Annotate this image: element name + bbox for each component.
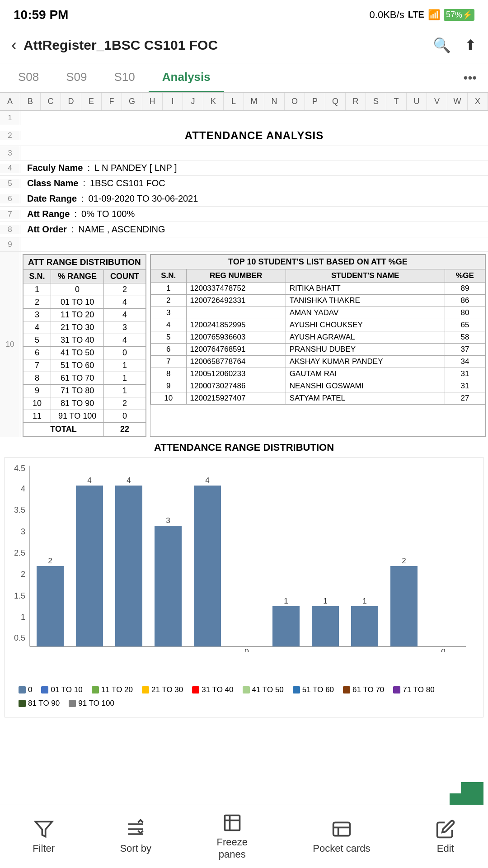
header-icons: 🔍 ⬆ xyxy=(433,37,477,54)
legend-dot-21to30 xyxy=(142,686,149,693)
bar-1to10 xyxy=(76,486,103,646)
freeze-panes-button[interactable]: Freezepanes xyxy=(216,813,247,860)
tabs-bar: S08 S09 S10 Analysis ••• xyxy=(0,63,488,93)
top10-section-header: TOP 10 STUDENT'S LIST BASED ON ATT %GE xyxy=(150,255,485,269)
top10-col-sn: S.N. xyxy=(150,269,186,283)
svg-rect-37 xyxy=(225,816,239,830)
col-letter-C: C xyxy=(41,93,61,110)
lte-icon: LTE xyxy=(408,9,424,20)
edit-button[interactable]: Edit xyxy=(436,819,455,854)
legend-label-01to10: 01 TO 10 xyxy=(51,685,82,694)
attendance-analysis-title: ATTENDANCE ANALYSIS xyxy=(185,129,324,142)
svg-rect-40 xyxy=(333,822,350,835)
attrange-label: Att Range xyxy=(27,209,70,219)
daterange-sep: : xyxy=(81,193,84,204)
spreadsheet-area: 1 2 ATTENDANCE ANALYSIS 3 4 Faculy Name … xyxy=(0,111,488,790)
filter-label: Filter xyxy=(33,843,55,854)
col-letter-I: I xyxy=(163,93,183,110)
tab-s10[interactable]: S10 xyxy=(101,63,149,92)
chart-section: ATTENDANCE RANGE DISTRIBUTION 4.5 4 3.5 … xyxy=(0,437,488,717)
attrange-sep: : xyxy=(74,209,77,219)
freeze-icon xyxy=(222,813,242,833)
legend-81to90: 81 TO 90 xyxy=(19,699,60,708)
legend-label-0: 0 xyxy=(28,685,32,694)
back-button[interactable]: ‹ xyxy=(11,36,17,55)
table-row: 1081 TO 902 xyxy=(23,397,146,410)
share-icon[interactable]: ⬆ xyxy=(465,37,477,54)
row-num-10: 10 xyxy=(0,252,20,437)
legend-41to50: 41 TO 50 xyxy=(243,685,284,694)
svg-text:3: 3 xyxy=(166,516,170,525)
legend-label-71to80: 71 TO 80 xyxy=(403,685,434,694)
top10-col-reg: REG NUMBER xyxy=(186,269,286,283)
legend-51to60: 51 TO 60 xyxy=(293,685,334,694)
filter-button[interactable]: Filter xyxy=(33,819,55,854)
col-letter-T: T xyxy=(386,93,407,110)
svg-text:2: 2 xyxy=(21,570,25,579)
row-num-6: 6 xyxy=(0,194,20,203)
svg-text:2: 2 xyxy=(48,557,52,565)
search-icon[interactable]: 🔍 xyxy=(433,37,451,54)
col-letter-J: J xyxy=(183,93,203,110)
bar-61to70 xyxy=(312,606,339,646)
top10-students-table: TOP 10 STUDENT'S LIST BASED ON ATT %GE S… xyxy=(150,254,486,437)
legend-dot-11to20 xyxy=(92,686,99,693)
filter-icon xyxy=(34,819,54,839)
legend-label-21to30: 21 TO 30 xyxy=(151,685,183,694)
legend-dot-91to100 xyxy=(69,700,76,707)
legend-61to70: 61 TO 70 xyxy=(343,685,384,694)
table-row: 91200073027486NEANSHI GOSWAMI31 xyxy=(150,380,485,392)
legend-dot-0 xyxy=(19,686,26,693)
pocket-cards-label: Pocket cards xyxy=(313,843,370,854)
svg-text:4: 4 xyxy=(87,476,91,485)
table-row: 751 TO 601 xyxy=(23,359,146,372)
col-letter-A: A xyxy=(0,93,20,110)
col-letter-Q: Q xyxy=(325,93,346,110)
tab-more-button[interactable]: ••• xyxy=(457,71,483,85)
tab-s09[interactable]: S09 xyxy=(52,63,100,92)
pocket-cards-button[interactable]: Pocket cards xyxy=(313,819,370,854)
legend-dot-41to50 xyxy=(243,686,250,693)
table-row: 3AMAN YADAV80 xyxy=(150,307,485,319)
battery-icon: 57%⚡ xyxy=(444,9,474,21)
tab-analysis[interactable]: Analysis xyxy=(149,63,224,92)
total-row: TOTAL 22 xyxy=(23,423,146,436)
table-row: 11200337478752RITIKA BHATT89 xyxy=(150,283,485,295)
table-row: 21200726492331TANISHKA THAKRE86 xyxy=(150,295,485,307)
sort-by-button[interactable]: Sort by xyxy=(120,819,151,854)
svg-text:4: 4 xyxy=(205,476,209,485)
row-num-4: 4 xyxy=(0,164,20,173)
svg-text:1: 1 xyxy=(21,613,25,622)
row-num-5: 5 xyxy=(0,179,20,188)
row-num-9: 9 xyxy=(0,237,20,251)
status-bar: 10:59 PM 0.0KB/s LTE 📶 57%⚡ xyxy=(0,0,488,27)
svg-text:0: 0 xyxy=(441,647,445,652)
bar-81to90 xyxy=(390,566,418,646)
tab-s08[interactable]: S08 xyxy=(5,63,52,92)
daterange-value: 01-09-2020 TO 30-06-2021 xyxy=(89,193,198,204)
att-range-section-header: ATT RANGE DISTRIBUTION xyxy=(23,255,146,270)
svg-text:3.5: 3.5 xyxy=(14,505,25,514)
table-row: 81200512060233GAUTAM RAI31 xyxy=(150,368,485,380)
attrange-value: 0% TO 100% xyxy=(81,209,135,219)
table-row: 1191 TO 1000 xyxy=(23,410,146,423)
bottom-toolbar: Filter Sort by Freezepanes Pocket cards xyxy=(0,805,488,868)
legend-label-61to70: 61 TO 70 xyxy=(352,685,384,694)
svg-text:4: 4 xyxy=(21,484,25,493)
faculty-label: Faculy Name xyxy=(27,163,83,173)
col-letter-X: X xyxy=(468,93,488,110)
col-letter-E: E xyxy=(81,93,102,110)
col-letter-K: K xyxy=(203,93,224,110)
status-icons: 0.0KB/s LTE 📶 57%⚡ xyxy=(370,9,474,21)
signal-icon: 📶 xyxy=(428,9,440,21)
svg-text:2: 2 xyxy=(402,557,406,565)
chart-legend: 0 01 TO 10 11 TO 20 21 TO 30 31 TO 40 xyxy=(9,681,479,712)
svg-text:0.5: 0.5 xyxy=(14,633,25,642)
attorder-label: Att Order xyxy=(27,224,67,235)
edit-icon xyxy=(436,819,455,839)
chart-container: 4.5 4 3.5 3 2.5 2 1.5 1 0.5 2 xyxy=(5,457,483,717)
bar-0 xyxy=(37,566,64,646)
pocket-cards-icon xyxy=(332,819,352,839)
legend-dot-81to90 xyxy=(19,700,26,707)
table-row: 531 TO 404 xyxy=(23,334,146,347)
